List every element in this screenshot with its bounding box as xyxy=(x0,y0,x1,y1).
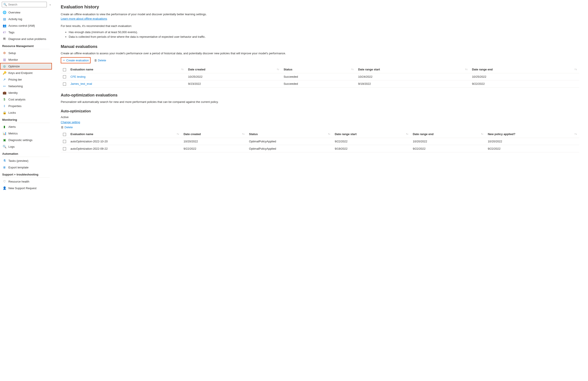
sidebar-item-label: Setup xyxy=(8,51,16,55)
search-box[interactable]: 🔍 xyxy=(2,2,47,7)
sort-icon: ↑↓ xyxy=(351,68,354,70)
cell-start: 9/22/2022 xyxy=(333,138,410,145)
sidebar-item-setup[interactable]: ⚙Setup xyxy=(0,50,52,56)
sidebar-item-metrics[interactable]: 📊Metrics xyxy=(0,130,52,137)
sort-icon: ↑↓ xyxy=(242,132,245,135)
trash-icon: 🗑 xyxy=(61,126,63,129)
column-header[interactable]: Evaluation name↑↓ xyxy=(68,66,186,73)
sidebar-item-label: Keys and Endpoint xyxy=(8,71,32,75)
cell-end: 9/22/2022 xyxy=(411,145,485,152)
autoopt-delete-button[interactable]: 🗑 Delete xyxy=(61,126,73,129)
section-header: Monitoring xyxy=(0,116,52,122)
sidebar-item-pricing-tier[interactable]: ↗Pricing tier xyxy=(0,76,52,83)
section-header: Automation xyxy=(0,150,52,156)
divider xyxy=(2,49,50,49)
sidebar-item-cost-analysis[interactable]: $Cost analysis xyxy=(0,96,52,103)
metrics-icon: 📊 xyxy=(3,132,6,135)
row-checkbox[interactable] xyxy=(63,147,66,150)
sidebar-item-new-support-request[interactable]: 👤New Support Request xyxy=(0,185,52,191)
column-header[interactable]: Evaluation name↑↓ xyxy=(68,131,181,138)
sidebar-item-alerts[interactable]: ▮Alerts xyxy=(0,123,52,130)
recommendation-item: Data is collected from periods of time w… xyxy=(69,35,579,39)
sidebar-item-keys-and-endpoint[interactable]: 🔑Keys and Endpoint xyxy=(0,70,52,76)
sidebar-item-access-control-iam-[interactable]: 👥Access control (IAM) xyxy=(0,22,52,29)
sidebar-item-tasks-preview-[interactable]: ⚗Tasks (preview) xyxy=(0,157,52,164)
column-header[interactable]: Date range start↑↓ xyxy=(333,131,410,138)
sidebar-item-networking[interactable]: ⇿Networking xyxy=(0,83,52,89)
sidebar-item-optimize[interactable]: ◎Optimize xyxy=(0,63,52,70)
export-template-icon: 🖥 xyxy=(3,165,6,169)
column-header[interactable]: Date range end↑↓ xyxy=(411,131,485,138)
sidebar-item-activity-log[interactable]: ▤Activity log xyxy=(0,16,52,22)
row-checkbox[interactable] xyxy=(63,140,66,143)
sidebar-item-label: Optimize xyxy=(8,65,20,68)
alerts-icon: ▮ xyxy=(3,125,6,128)
resource-health-icon: ♡ xyxy=(3,180,6,183)
sort-icon: ↑↓ xyxy=(574,132,577,135)
row-checkbox[interactable] xyxy=(63,82,66,86)
sidebar-item-monitor[interactable]: ▥Monitor xyxy=(0,56,52,63)
sidebar-item-label: Diagnostic settings xyxy=(8,139,32,142)
column-label: New policy applied? xyxy=(488,132,515,136)
column-header[interactable]: New policy applied?↑↓ xyxy=(485,131,579,138)
sidebar-item-overview[interactable]: 🌐Overview xyxy=(0,9,52,16)
row-checkbox[interactable] xyxy=(63,75,66,78)
cell-status: Succeeded xyxy=(281,80,356,88)
sidebar-item-resource-health[interactable]: ♡Resource health xyxy=(0,178,52,185)
evaluation-link[interactable]: CFE testing xyxy=(70,75,85,78)
cell-end: 10/25/2022 xyxy=(470,73,579,80)
select-all-checkbox[interactable] xyxy=(63,68,66,71)
sidebar-item-identity[interactable]: 💼Identity xyxy=(0,89,52,96)
cell-created: 9/22/2022 xyxy=(181,145,247,152)
search-input[interactable] xyxy=(8,3,45,6)
cell-start: 10/24/2022 xyxy=(356,73,470,80)
column-label: Date created xyxy=(188,68,205,71)
collapse-sidebar-icon[interactable]: « xyxy=(48,3,52,6)
select-all-checkbox[interactable] xyxy=(63,133,66,136)
sort-icon: ↑↓ xyxy=(181,68,184,70)
create-evaluation-label: Create evaluation xyxy=(66,59,89,62)
column-header[interactable]: Date range start↑↓ xyxy=(356,66,470,73)
cell-start: 9/19/2022 xyxy=(333,145,410,152)
table-row: autoOptimization-2022-09-229/22/2022Opti… xyxy=(61,145,579,152)
sidebar: 🔍 « 🌐Overview▤Activity log👥Access contro… xyxy=(0,0,52,193)
delete-button[interactable]: 🗑 Delete xyxy=(94,59,106,62)
sidebar-item-label: Diagnose and solve problems xyxy=(8,37,46,40)
sidebar-item-label: Tasks (preview) xyxy=(8,159,28,162)
sidebar-item-locks[interactable]: 🔒Locks xyxy=(0,109,52,116)
sidebar-item-diagnostic-settings[interactable]: ▣Diagnostic settings xyxy=(0,137,52,143)
sidebar-item-tags[interactable]: 🏷Tags xyxy=(0,29,52,36)
column-label: Date range start xyxy=(335,132,357,136)
trash-icon: 🗑 xyxy=(94,59,97,62)
sidebar-item-label: Logs xyxy=(8,145,15,148)
change-setting-link[interactable]: Change setting xyxy=(61,120,80,124)
create-evaluation-button[interactable]: ＋ Create evaluation xyxy=(63,58,89,62)
cell-status: OptimalPolicyApplied xyxy=(247,145,333,152)
column-header[interactable]: Status↑↓ xyxy=(247,131,333,138)
sidebar-item-label: Activity log xyxy=(8,18,22,21)
logs-icon: 🔍 xyxy=(3,145,6,148)
column-label: Evaluation name xyxy=(70,132,93,136)
evaluation-link[interactable]: James_test_eval xyxy=(70,82,92,85)
networking-icon: ⇿ xyxy=(3,84,6,88)
column-header[interactable]: Date created↑↓ xyxy=(186,66,281,73)
cell-created: 10/25/2022 xyxy=(186,73,281,80)
pricing-tier-icon: ↗ xyxy=(3,78,6,81)
autoopt-table: Evaluation name↑↓Date created↑↓Status↑↓D… xyxy=(61,131,579,152)
sidebar-item-label: Monitor xyxy=(8,58,18,61)
divider xyxy=(2,178,50,178)
sidebar-item-label: Overview xyxy=(8,11,20,14)
sidebar-item-properties[interactable]: ⦀Properties xyxy=(0,103,52,109)
sidebar-item-label: Export template xyxy=(8,166,28,169)
column-label: Date range end xyxy=(413,132,434,136)
column-header[interactable]: Date range end↑↓ xyxy=(470,66,579,73)
search-icon: 🔍 xyxy=(3,3,7,6)
sidebar-item-logs[interactable]: 🔍Logs xyxy=(0,143,52,150)
monitor-icon: ▥ xyxy=(3,58,6,61)
column-header[interactable]: Status↑↓ xyxy=(281,66,356,73)
table-row: autoOptimization-2022-10-2010/20/2022Opt… xyxy=(61,138,579,145)
sidebar-item-export-template[interactable]: 🖥Export template xyxy=(0,164,52,171)
learn-more-link[interactable]: Learn more about offline evaluations xyxy=(61,17,107,20)
column-header[interactable]: Date created↑↓ xyxy=(181,131,247,138)
sidebar-item-diagnose-and-solve-problems[interactable]: 🛠Diagnose and solve problems xyxy=(0,36,52,42)
